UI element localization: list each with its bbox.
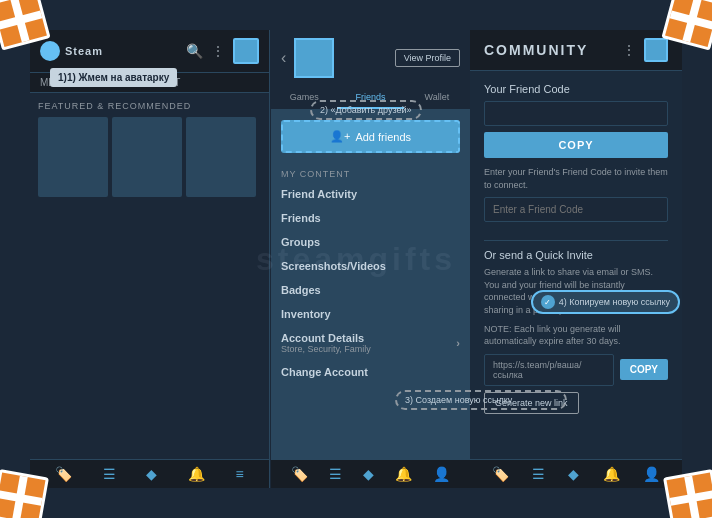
copy-button-2[interactable]: COPY	[620, 359, 668, 380]
menu-friend-activity[interactable]: Friend Activity	[271, 182, 470, 206]
link-url: https://s.team/p/ваша/ссылка	[484, 354, 614, 386]
diamond-icon-r[interactable]: ◆	[568, 466, 579, 482]
link-row: https://s.team/p/ваша/ссылка COPY	[484, 354, 668, 386]
my-content-label: MY CONTENT	[271, 163, 470, 182]
bell-icon[interactable]: 🔔	[188, 466, 205, 482]
featured-label: FEATURED & RECOMMENDED	[38, 101, 261, 111]
list-icon-r[interactable]: ☰	[532, 466, 545, 482]
bottom-nav-right: 🏷️ ☰ ◆ 🔔 👤	[470, 459, 682, 488]
right-panel: COMMUNITY ⋮ Your Friend Code COPY Enter …	[470, 30, 682, 488]
featured-item-2	[112, 117, 182, 197]
bottom-nav-left: 🏷️ ☰ ◆ 🔔 ≡	[30, 459, 269, 488]
menu-icon[interactable]: ⋮	[211, 43, 225, 59]
back-arrow[interactable]: ‹	[281, 49, 286, 67]
community-title: COMMUNITY	[484, 42, 588, 58]
tag-icon-r[interactable]: 🏷️	[492, 466, 509, 482]
add-friends-label: Add friends	[355, 131, 411, 143]
menu-groups[interactable]: Groups	[271, 230, 470, 254]
search-icon[interactable]: 🔍	[186, 43, 203, 59]
divider	[484, 240, 668, 241]
friend-code-display[interactable]	[484, 101, 668, 126]
friend-code-input[interactable]	[484, 197, 668, 222]
middle-header: ‹ View Profile	[271, 30, 470, 87]
add-friends-icon: 👤+	[330, 130, 350, 143]
gift-bottom-left	[0, 458, 60, 518]
left-panel: Steam 🔍 ⋮ MENU WISHLIST WALLET FEATURED …	[30, 30, 270, 488]
header-icons: 🔍 ⋮	[186, 38, 259, 64]
gift-bottom-right	[652, 458, 712, 518]
quick-invite-title: Or send a Quick Invite	[484, 249, 668, 261]
gift-top-right	[652, 0, 712, 60]
menu-change-account[interactable]: Change Account	[271, 360, 470, 384]
bell-icon-r[interactable]: 🔔	[603, 466, 620, 482]
annotation-1: 1) Жмем на аватарку	[50, 68, 177, 87]
main-container: Steam 🔍 ⋮ MENU WISHLIST WALLET FEATURED …	[30, 30, 682, 488]
avatar[interactable]	[233, 38, 259, 64]
menu-screenshots[interactable]: Screenshots/Videos	[271, 254, 470, 278]
account-details-label: Account Details	[281, 332, 371, 344]
bottom-nav-middle: 🏷️ ☰ ◆ 🔔 👤	[271, 459, 470, 488]
community-menu-icon[interactable]: ⋮	[622, 42, 636, 58]
arrow-right-icon: ›	[456, 337, 460, 349]
note-text: NOTE: Each link you generate will automa…	[484, 323, 668, 348]
diamond-icon-m[interactable]: ◆	[363, 466, 374, 482]
copy-button-1[interactable]: COPY	[484, 132, 668, 158]
view-profile-button[interactable]: View Profile	[395, 49, 460, 67]
diamond-icon[interactable]: ◆	[146, 466, 157, 482]
annotation-3: 3) Создаем новую ссылку	[395, 390, 567, 410]
middle-panel: ‹ View Profile Games Friends Wallet 👤+ A…	[270, 30, 470, 488]
community-header: COMMUNITY ⋮	[470, 30, 682, 71]
hamburger-icon[interactable]: ≡	[236, 466, 244, 482]
profile-avatar	[294, 38, 334, 78]
list-icon[interactable]: ☰	[103, 466, 116, 482]
tag-icon-m[interactable]: 🏷️	[291, 466, 308, 482]
annotation-4: ✓ 4) Копируем новую ссылку	[531, 290, 680, 314]
menu-badges[interactable]: Badges	[271, 278, 470, 302]
featured-items	[38, 117, 261, 197]
list-icon-m[interactable]: ☰	[329, 466, 342, 482]
check-icon: ✓	[541, 295, 555, 309]
main-content-left: FEATURED & RECOMMENDED	[30, 93, 269, 459]
featured-item-1	[38, 117, 108, 197]
steam-title: Steam	[65, 45, 103, 57]
friend-code-title: Your Friend Code	[484, 83, 668, 95]
menu-account-details[interactable]: Account Details Store, Security, Family …	[271, 326, 470, 360]
add-friends-button[interactable]: 👤+ Add friends	[281, 120, 460, 153]
friend-code-desc: Enter your Friend's Friend Code to invit…	[484, 166, 668, 191]
menu-inventory[interactable]: Inventory	[271, 302, 470, 326]
gift-top-left	[0, 0, 60, 60]
steam-header: Steam 🔍 ⋮	[30, 30, 269, 73]
featured-item-3	[186, 117, 256, 197]
person-icon-m[interactable]: 👤	[433, 466, 450, 482]
bell-icon-m[interactable]: 🔔	[395, 466, 412, 482]
account-details-sub: Store, Security, Family	[281, 344, 371, 354]
annotation-2: 2) «Добавить друзей»	[310, 100, 422, 120]
menu-friends[interactable]: Friends	[271, 206, 470, 230]
